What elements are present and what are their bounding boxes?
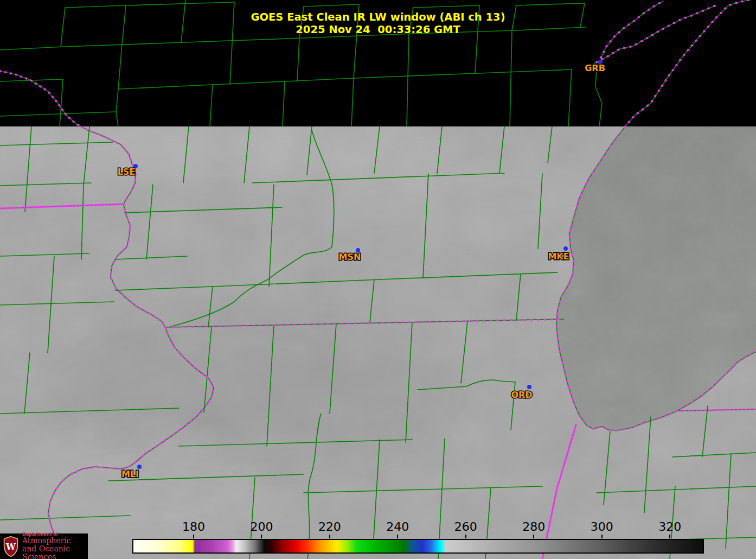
station-label-lse: LSE (118, 167, 136, 177)
crest-letter: W (5, 542, 16, 552)
colorbar-tick-mark (329, 535, 330, 538)
station-dot-mli (137, 465, 142, 469)
ir-texture (0, 126, 756, 559)
station-dot-mke (563, 246, 568, 251)
colorbar-tick-label: 240 (386, 520, 409, 533)
colorbar-tick-mark (669, 535, 670, 538)
station-label-mli: MLI (121, 469, 139, 479)
colorbar-scale: 180200220240260280300320 (132, 520, 704, 538)
station-label-msn: MSN (339, 252, 361, 262)
colorbar-tick-label: 300 (591, 520, 613, 533)
colorbar-gradient (132, 539, 704, 554)
uw-crest-icon: W (3, 536, 19, 557)
uw-aos-logo: W Department of Atmospheric and Oceanic … (0, 533, 88, 559)
station-label-mke: MKE (548, 251, 569, 262)
colorbar-tick-mark (193, 535, 194, 538)
colorbar-tick-label: 220 (318, 520, 341, 533)
title-line-2: 2025 Nov 24 00:33:26 GMT (0, 23, 756, 36)
colorbar-tick-mark (261, 535, 262, 538)
colorbar-tick-mark (397, 535, 398, 538)
satellite-map-image: GRBLSEMSNMKEORDMLI (0, 0, 756, 559)
colorbar-tick-label: 200 (250, 520, 273, 533)
colorbar-tick-mark (533, 535, 534, 538)
goes-ir-satellite-viewer: GRBLSEMSNMKEORDMLI GOES East Clean IR LW… (0, 0, 756, 559)
colorbar-tick-label: 320 (658, 520, 681, 533)
logo-name-line-2: and Oceanic Sciences (22, 545, 88, 559)
colorbar-tick-mark (465, 535, 466, 538)
colorbar-tick-label: 180 (182, 520, 205, 533)
colorbar-tick-label: 260 (454, 520, 477, 533)
image-title: GOES East Clean IR LW window (ABI ch 13)… (0, 11, 756, 36)
station-dot-ord (527, 385, 531, 389)
colorbar-tick-label: 280 (522, 520, 545, 533)
station-label-grb: GRB (585, 63, 605, 73)
colorbar-tick-mark (601, 535, 603, 538)
title-line-1: GOES East Clean IR LW window (ABI ch 13) (0, 11, 756, 23)
logo-name-line-1: Atmospheric (22, 537, 88, 545)
station-label-ord: ORD (511, 390, 532, 400)
